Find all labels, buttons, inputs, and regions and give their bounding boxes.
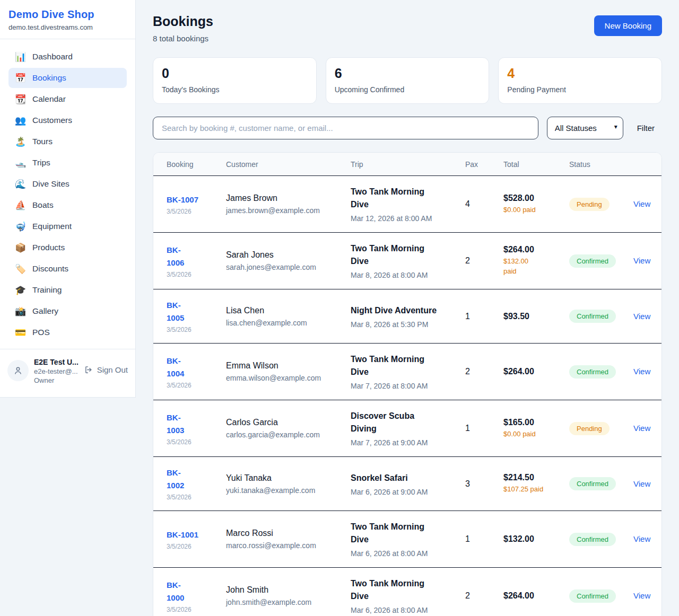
col-booking: Booking <box>167 160 226 169</box>
sidebar-item-discounts[interactable]: 🏷️ Discounts <box>8 259 127 279</box>
wave-icon: 🌊 <box>15 180 25 189</box>
booking-ref-link[interactable]: BK-1001 <box>167 529 226 541</box>
graduation-cap-icon: 🎓 <box>15 286 25 295</box>
filter-button[interactable]: Filter <box>632 124 662 133</box>
sidebar-item-gallery[interactable]: 📸 Gallery <box>8 301 127 321</box>
total-amount: $264.00 <box>503 245 569 254</box>
stats-cards: 0Today's Bookings6Upcoming Confirmed4Pen… <box>153 57 662 104</box>
table-row: BK-1007 3/5/2026 James Brown james.brown… <box>153 176 661 233</box>
customer-name: Sarah Jones <box>226 250 351 260</box>
sidebar-item-label: Customers <box>32 116 72 125</box>
sidebar-item-boats[interactable]: ⛵ Boats <box>8 195 127 215</box>
booking-created-date: 3/5/2026 <box>167 271 226 278</box>
sidebar-item-label: Dive Sites <box>32 179 69 189</box>
sidebar-item-label: POS <box>32 328 50 337</box>
stat-label: Upcoming Confirmed <box>335 85 481 94</box>
user-name: E2E Test U... <box>34 358 79 366</box>
pax-count: 2 <box>465 591 503 601</box>
trip-datetime: Mar 12, 2026 at 8:00 AM <box>351 214 465 223</box>
stat-value: 0 <box>162 66 308 81</box>
view-link[interactable]: View <box>633 534 650 543</box>
customer-email: john.smith@example.com <box>226 598 351 606</box>
status-badge: Pending <box>569 422 610 435</box>
total-bookings-count: 8 total bookings <box>153 34 213 43</box>
trip-name: Night Dive Adventure <box>351 304 465 317</box>
table-row: BK- 1004 3/5/2026 Emma Wilson emma.wilso… <box>153 344 661 400</box>
sidebar-item-label: Calendar <box>32 94 66 104</box>
status-select-wrap: All Statuses ▾ <box>547 117 623 139</box>
sign-out-button[interactable]: Sign Out <box>84 365 128 374</box>
stat-label: Today's Bookings <box>162 85 308 94</box>
stat-card-upcoming-confirmed: 6Upcoming Confirmed <box>326 57 490 104</box>
customer-email: james.brown@example.com <box>226 206 351 215</box>
booking-ref-link[interactable]: BK- 1000 <box>167 579 226 604</box>
sidebar-item-bookings[interactable]: 📅 Bookings <box>8 68 127 88</box>
sidebar-item-label: Equipment <box>32 222 72 231</box>
customer-name: Yuki Tanaka <box>226 473 351 483</box>
view-link[interactable]: View <box>633 479 650 488</box>
booking-ref-link[interactable]: BK- 1004 <box>167 355 226 380</box>
trip-datetime: Mar 6, 2026 at 8:00 AM <box>351 549 465 558</box>
bookings-table: Booking Customer Trip Pax Total Status B… <box>153 152 662 616</box>
col-pax: Pax <box>465 160 503 169</box>
stat-label: Pending Payment <box>507 85 653 94</box>
booking-ref-link[interactable]: BK- 1005 <box>167 299 226 324</box>
sidebar-item-customers[interactable]: 👥 Customers <box>8 110 127 130</box>
trip-name: Two Tank Morning Dive <box>351 242 465 268</box>
table-header-row: Booking Customer Trip Pax Total Status <box>153 153 661 176</box>
view-link[interactable]: View <box>633 256 650 265</box>
booking-ref-link[interactable]: BK- 1003 <box>167 411 226 437</box>
total-amount: $165.00 <box>503 418 569 427</box>
total-amount: $214.50 <box>503 473 569 482</box>
stat-value: 6 <box>335 66 481 81</box>
sidebar-item-equipment[interactable]: 🤿 Equipment <box>8 216 127 236</box>
sidebar-item-dashboard[interactable]: 📊 Dashboard <box>8 47 127 67</box>
view-link[interactable]: View <box>633 199 650 208</box>
sidebar-item-products[interactable]: 📦 Products <box>8 237 127 258</box>
user-email: e2e-tester@... <box>34 367 79 375</box>
pax-count: 1 <box>465 312 503 321</box>
sidebar-item-calendar[interactable]: 📆 Calendar <box>8 89 127 109</box>
sidebar-item-tours[interactable]: 🏝️ Tours <box>8 131 127 152</box>
sign-out-label: Sign Out <box>97 365 128 374</box>
customer-name: Marco Rossi <box>226 529 351 538</box>
sidebar-item-label: Discounts <box>32 264 68 274</box>
search-input[interactable] <box>153 117 538 139</box>
col-trip: Trip <box>351 160 465 169</box>
trip-name: Two Tank Morning Dive <box>351 577 465 603</box>
sidebar-item-dive-sites[interactable]: 🌊 Dive Sites <box>8 174 127 194</box>
status-badge: Confirmed <box>569 310 616 323</box>
view-link[interactable]: View <box>633 424 650 433</box>
tag-icon: 🏷️ <box>15 265 25 274</box>
sidebar-item-training[interactable]: 🎓 Training <box>8 280 127 300</box>
booking-ref-link[interactable]: BK- 1002 <box>167 467 226 492</box>
table-row: BK- 1003 3/5/2026 Carlos Garcia carlos.g… <box>153 400 661 457</box>
avatar <box>7 360 29 381</box>
view-link[interactable]: View <box>633 591 650 600</box>
credit-card-icon: 💳 <box>15 328 25 337</box>
view-link[interactable]: View <box>633 367 650 376</box>
customer-email: emma.wilson@example.com <box>226 374 351 382</box>
total-amount: $264.00 <box>503 367 569 376</box>
booking-ref-link[interactable]: BK- 1006 <box>167 244 226 269</box>
sailboat-icon: ⛵ <box>15 201 25 210</box>
calendar-icon: 📅 <box>15 74 25 83</box>
pax-count: 2 <box>465 256 503 266</box>
sidebar-item-trips[interactable]: 🛥️ Trips <box>8 153 127 173</box>
people-icon: 👥 <box>15 116 25 125</box>
new-booking-button[interactable]: New Booking <box>594 15 662 36</box>
trip-datetime: Mar 7, 2026 at 9:00 AM <box>351 438 465 447</box>
camera-icon: 📸 <box>15 307 25 316</box>
view-link[interactable]: View <box>633 312 650 321</box>
booking-ref-link[interactable]: BK-1007 <box>167 193 226 206</box>
col-status: Status <box>569 160 633 169</box>
status-select[interactable]: All Statuses <box>547 117 623 139</box>
sidebar-item-pos[interactable]: 💳 POS <box>8 322 127 342</box>
status-badge: Confirmed <box>569 254 616 268</box>
pax-count: 3 <box>465 479 503 489</box>
status-badge: Confirmed <box>569 589 616 603</box>
status-badge: Confirmed <box>569 477 616 490</box>
paid-amount: $107.25 paid <box>503 485 569 495</box>
customer-email: yuki.tanaka@example.com <box>226 486 351 495</box>
sidebar-item-label: Bookings <box>32 73 66 83</box>
